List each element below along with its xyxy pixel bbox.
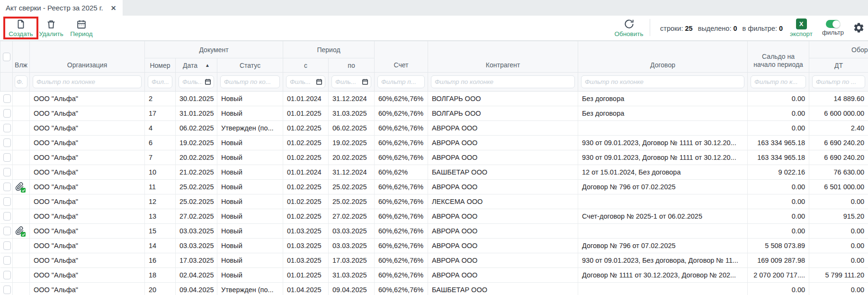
cell-contract: 12 от 15.01.2024, Без договора bbox=[578, 165, 748, 180]
col-header-contragent[interactable]: Контрагент bbox=[428, 41, 578, 73]
filter-input-status[interactable] bbox=[220, 75, 280, 88]
toolbar-divider bbox=[650, 19, 650, 36]
row-checkbox[interactable] bbox=[3, 153, 11, 162]
cell-number: 14 bbox=[145, 239, 176, 253]
cell-period-from: 01.01.2024 bbox=[283, 165, 329, 180]
row-select-cell[interactable] bbox=[0, 268, 13, 283]
cell-organization: ООО "Альфа" bbox=[30, 165, 145, 180]
cell-contragent: АВРОРА ООО bbox=[428, 180, 578, 194]
filter-cell-status bbox=[217, 73, 283, 92]
col-header-contract[interactable]: Договор bbox=[578, 41, 748, 73]
row-checkbox[interactable] bbox=[3, 124, 11, 132]
col-header-to[interactable]: по bbox=[329, 58, 375, 73]
cell-account: 60%,62%,76% bbox=[375, 209, 428, 224]
row-checkbox[interactable] bbox=[3, 271, 11, 279]
row-select-cell[interactable] bbox=[0, 194, 13, 209]
table-row[interactable]: ООО "Альфа"406.02.2025Утвержден (по...01… bbox=[0, 121, 868, 136]
row-checkbox[interactable] bbox=[3, 227, 11, 235]
select-all-cell[interactable] bbox=[0, 41, 13, 73]
row-select-cell[interactable] bbox=[0, 136, 13, 150]
cell-number: 10 bbox=[145, 165, 176, 180]
row-checkbox[interactable] bbox=[3, 94, 11, 103]
cell-period-to: 31.12.2024 bbox=[329, 92, 375, 106]
row-checkbox[interactable] bbox=[3, 183, 11, 191]
cell-period-to: 31.03.2025 bbox=[329, 106, 375, 121]
table-row[interactable]: ООО "Альфа"1802.04.2025Новый01.01.202531… bbox=[0, 268, 868, 283]
table-row[interactable]: ООО "Альфа"1327.02.2025Новый01.02.202527… bbox=[0, 209, 868, 224]
row-select-cell[interactable] bbox=[0, 224, 13, 239]
attachment-icon bbox=[15, 182, 25, 192]
table-row[interactable]: ООО "Альфа"619.02.2025Новый01.02.202519.… bbox=[0, 136, 868, 150]
table-row[interactable]: ООО "Альфа"230.01.2025Новый01.01.202431.… bbox=[0, 92, 868, 106]
table-row[interactable]: ООО "Альфа"1731.01.2025Новый01.01.202531… bbox=[0, 106, 868, 121]
col-header-attachments[interactable]: Влж bbox=[13, 41, 30, 73]
filter-input-organization[interactable] bbox=[33, 75, 142, 88]
filter-input-dt[interactable] bbox=[812, 75, 865, 88]
cell-period-from: 01.02.2025 bbox=[283, 209, 329, 224]
filter-input-date[interactable] bbox=[179, 75, 214, 88]
cell-period-from: 01.01.2024 bbox=[283, 92, 329, 106]
row-checkbox[interactable] bbox=[3, 168, 11, 176]
filter-input-contragent[interactable] bbox=[431, 75, 575, 88]
toggle-on-icon[interactable] bbox=[826, 20, 840, 28]
row-select-cell[interactable] bbox=[0, 165, 13, 180]
row-checkbox[interactable] bbox=[3, 109, 11, 118]
table-row[interactable]: ООО "Альфа"1125.02.2025Новый01.02.202525… bbox=[0, 180, 868, 194]
row-select-cell[interactable] bbox=[0, 180, 13, 194]
cell-organization: ООО "Альфа" bbox=[30, 150, 145, 165]
export-button[interactable]: X экспорт bbox=[786, 17, 816, 39]
table-row[interactable]: ООО "Альфа"1403.03.2025Новый01.03.202503… bbox=[0, 239, 868, 253]
table-row[interactable]: ООО "Альфа"2009.04.2025Утвержден (по...0… bbox=[0, 283, 868, 295]
row-checkbox[interactable] bbox=[3, 256, 11, 265]
row-select-cell[interactable] bbox=[0, 92, 13, 106]
row-select-cell[interactable] bbox=[0, 239, 13, 253]
cell-attachments bbox=[13, 209, 30, 224]
filter-toggle-button[interactable]: фильтр bbox=[818, 17, 848, 39]
table-row[interactable]: ООО "Альфа"1021.02.2025Новый01.01.202431… bbox=[0, 165, 868, 180]
col-header-from[interactable]: с bbox=[283, 58, 329, 73]
period-button[interactable]: Период bbox=[66, 17, 97, 39]
row-checkbox[interactable] bbox=[3, 197, 11, 206]
filter-input-account[interactable] bbox=[377, 75, 425, 88]
filter-input-from[interactable] bbox=[286, 75, 325, 88]
col-header-account[interactable]: Счет bbox=[375, 41, 428, 73]
filter-input-contract[interactable] bbox=[581, 75, 744, 88]
row-select-cell[interactable] bbox=[0, 253, 13, 268]
create-button[interactable]: Создать bbox=[6, 17, 36, 39]
filter-input-number[interactable] bbox=[148, 75, 172, 88]
cell-date: 03.03.2025 bbox=[176, 224, 217, 239]
tab-close-icon[interactable]: ✕ bbox=[111, 4, 116, 12]
row-select-cell[interactable] bbox=[0, 283, 13, 295]
row-select-cell[interactable] bbox=[0, 121, 13, 136]
selected-count: выделено: 0 bbox=[698, 25, 737, 32]
col-header-date[interactable]: Дата▲ bbox=[176, 58, 217, 73]
row-select-cell[interactable] bbox=[0, 150, 13, 165]
refresh-button[interactable]: Обновить bbox=[614, 17, 644, 39]
col-header-saldo[interactable]: Сальдо на начало периода bbox=[748, 41, 809, 73]
row-checkbox[interactable] bbox=[3, 286, 11, 294]
filter-input-to[interactable] bbox=[331, 75, 371, 88]
cell-status: Новый bbox=[217, 92, 283, 106]
row-checkbox[interactable] bbox=[3, 138, 11, 147]
row-select-cell[interactable] bbox=[0, 209, 13, 224]
delete-button[interactable]: Удалить bbox=[36, 17, 66, 39]
filter-input-attachments[interactable] bbox=[15, 75, 27, 88]
table-row[interactable]: ООО "Альфа"1617.03.2025Новый01.03.202517… bbox=[0, 253, 868, 268]
gear-icon[interactable] bbox=[853, 22, 865, 36]
filter-input-saldo[interactable] bbox=[751, 75, 806, 88]
row-checkbox[interactable] bbox=[3, 212, 11, 221]
cell-period-from: 01.02.2025 bbox=[283, 136, 329, 150]
table-row[interactable]: ООО "Альфа"1503.03.2025Новый01.03.202503… bbox=[0, 224, 868, 239]
col-header-dt[interactable]: ДТ bbox=[809, 58, 868, 73]
cell-contragent: БАШБЕТАР ООО bbox=[428, 165, 578, 180]
col-header-number[interactable]: Номер bbox=[145, 58, 176, 73]
tab-akt-sverki[interactable]: Акт сверки - Реестр за 2025 г. ✕ bbox=[0, 0, 123, 16]
table-row[interactable]: ООО "Альфа"720.02.2025Новый01.02.202520.… bbox=[0, 150, 868, 165]
col-header-status[interactable]: Статус bbox=[217, 58, 283, 73]
row-select-cell[interactable] bbox=[0, 106, 13, 121]
select-all-checkbox[interactable] bbox=[3, 53, 10, 61]
table-row[interactable]: ООО "Альфа"1225.02.2025Новый01.02.202525… bbox=[0, 194, 868, 209]
row-checkbox[interactable] bbox=[3, 241, 11, 250]
cell-dt: 0.00 bbox=[809, 253, 868, 268]
col-header-organization[interactable]: Организация bbox=[30, 41, 145, 73]
